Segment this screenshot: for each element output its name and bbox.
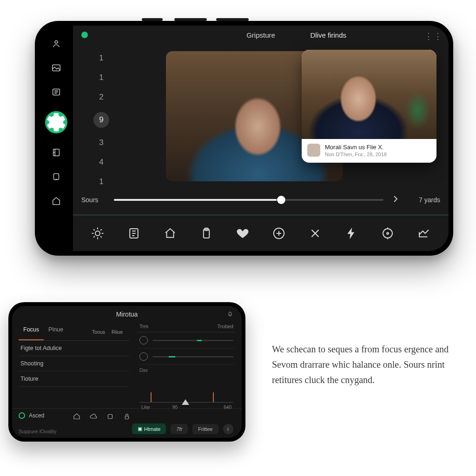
sun-settings-icon[interactable] <box>91 226 105 240</box>
svg-point-5 <box>95 231 100 236</box>
rp-head-right: Trobed <box>218 324 233 329</box>
mini-slider[interactable] <box>152 356 233 357</box>
chip-row: ▣ Htmate 7fr Frittee i <box>132 423 233 434</box>
status-dot-icon <box>19 412 25 419</box>
slider-value: 7 yards <box>408 196 440 204</box>
num-option[interactable]: 2 <box>93 93 109 102</box>
card-body: Morali Savn us Flie X. Non D'Then, Fra:,… <box>302 139 436 163</box>
num-option[interactable]: 3 <box>93 138 109 147</box>
histo-label: Das <box>138 365 235 373</box>
svg-rect-4 <box>54 174 59 180</box>
main-screen: Gripsture Dlive firinds ⋮⋮ 1 1 2 9 3 4 1 <box>40 26 449 251</box>
option-row[interactable]: Tioture <box>19 371 129 387</box>
plus-circle-icon[interactable] <box>272 226 286 240</box>
list-icon[interactable] <box>51 87 61 97</box>
device-icon[interactable] <box>51 172 61 182</box>
mini-tab-2[interactable]: Riiue <box>110 326 125 337</box>
heart-icon[interactable] <box>236 226 250 240</box>
slider-label: Sours <box>81 196 107 204</box>
secondary-bottom: Asced Suppure lOoality ▣ Htmate 7fr Frit… <box>12 408 242 438</box>
svg-point-11 <box>387 232 389 234</box>
square-icon[interactable] <box>106 412 114 421</box>
home-alt-icon[interactable] <box>163 226 177 240</box>
param-row[interactable] <box>138 332 235 349</box>
num-option[interactable]: 1 <box>93 73 109 82</box>
slider-row: Sours 7 yards <box>81 189 440 211</box>
card-subtitle: Non D'Then, Fra:, 28, 2018 <box>325 152 387 157</box>
support-label: Suppure lOoality <box>19 429 56 434</box>
slider-track[interactable] <box>114 199 383 201</box>
flash-icon[interactable] <box>344 226 358 240</box>
param-row[interactable] <box>138 349 235 365</box>
slider-thumb[interactable] <box>277 196 285 204</box>
slider-next[interactable] <box>390 193 401 206</box>
right-panel-header: Trm Trobed <box>138 324 235 332</box>
profile-icon[interactable] <box>51 39 61 49</box>
tab-secondary[interactable]: Plnue <box>44 324 68 340</box>
secondary-title: Mirotua <box>116 311 138 318</box>
target-icon[interactable] <box>381 226 395 240</box>
sidebar <box>40 26 73 251</box>
live-card[interactable]: Morali Savn us Flie X. Non D'Then, Fra:,… <box>302 50 436 163</box>
clipboard-icon[interactable] <box>199 226 213 240</box>
num-option[interactable]: 1 <box>93 177 109 186</box>
image-icon[interactable] <box>51 63 61 73</box>
cloud-icon[interactable] <box>89 412 98 421</box>
panel-label: Dlive firinds <box>310 31 346 39</box>
histo-marker-right[interactable] <box>213 392 214 403</box>
caption-text: We schecan to seques a from focus ergenc… <box>272 342 458 388</box>
num-option[interactable]: 1 <box>93 53 109 63</box>
mini-tab-1[interactable]: Toous <box>90 326 107 337</box>
tab-focus[interactable]: Focus <box>19 324 44 340</box>
chip-tertiary[interactable]: Frittee <box>192 424 218 434</box>
main-content: Gripsture Dlive firinds ⋮⋮ 1 1 2 9 3 4 1 <box>73 26 449 251</box>
histo-marker-left[interactable] <box>151 392 152 403</box>
share-icon[interactable] <box>417 226 431 240</box>
histo-cursor[interactable] <box>182 399 189 405</box>
right-panel: Trm Trobed Das 90 Lilar 640 <box>138 324 235 409</box>
home-small-icon[interactable] <box>73 412 81 421</box>
aperture-icon <box>139 352 148 361</box>
mini-slider[interactable] <box>152 340 233 341</box>
number-picker[interactable]: 1 1 2 9 3 4 1 <box>93 53 109 186</box>
phone-main-frame: Gripsture Dlive firinds ⋮⋮ 1 1 2 9 3 4 1 <box>35 21 453 256</box>
sec-icon-row <box>73 412 131 421</box>
card-image <box>302 50 436 139</box>
lock-icon[interactable] <box>123 412 131 421</box>
settings-column: Focus Plnue Toous Riiue Figte tot Adulic… <box>19 324 129 387</box>
home-icon[interactable] <box>51 196 61 206</box>
num-option-active[interactable]: 9 <box>93 112 109 128</box>
svg-point-10 <box>383 229 392 238</box>
svg-rect-13 <box>125 416 129 419</box>
clock-icon <box>139 336 148 344</box>
topbar: Gripsture Dlive firinds ⋮⋮ <box>73 26 449 44</box>
library-icon[interactable] <box>51 147 61 158</box>
settings-button[interactable] <box>45 111 67 133</box>
avatar <box>307 144 320 157</box>
chip-secondary[interactable]: 7fr <box>171 424 188 434</box>
rp-head-left: Trm <box>139 324 148 329</box>
phone-secondary-frame: Mirotua Focus Plnue Toous Riiue Figte to… <box>8 302 245 442</box>
more-icon[interactable]: ⋮⋮ <box>424 31 443 41</box>
svg-rect-12 <box>108 415 112 419</box>
settings-tabs: Focus Plnue Toous Riiue <box>19 324 129 341</box>
notes-icon[interactable] <box>127 226 141 240</box>
secondary-screen: Mirotua Focus Plnue Toous Riiue Figte to… <box>12 306 242 438</box>
option-row[interactable]: Shooting <box>19 356 129 371</box>
option-row[interactable]: Figte tot Adulice <box>19 341 129 356</box>
histogram[interactable]: 90 Lilar 640 <box>139 377 233 409</box>
chip-primary[interactable]: ▣ Htmate <box>132 423 166 434</box>
asced-row[interactable]: Asced <box>19 412 44 419</box>
card-title: Morali Savn us Flie X. <box>325 144 387 151</box>
chip-info[interactable]: i <box>223 424 233 434</box>
close-x-icon[interactable] <box>308 226 322 240</box>
toolbar <box>73 215 449 251</box>
bell-icon[interactable] <box>227 311 233 318</box>
svg-point-0 <box>55 40 58 43</box>
record-indicator <box>81 32 88 38</box>
num-option[interactable]: 4 <box>93 158 109 167</box>
capture-label: Gripsture <box>246 31 275 39</box>
asced-label: Asced <box>29 412 44 419</box>
